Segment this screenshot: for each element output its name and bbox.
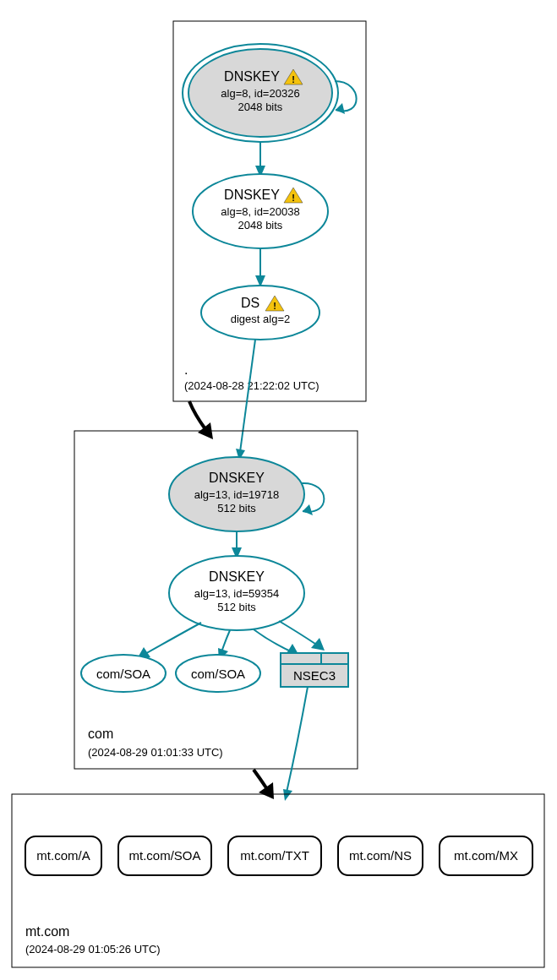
zone-mt-box [12, 794, 544, 967]
zone-com-timestamp: (2024-08-29 01:01:33 UTC) [88, 746, 223, 759]
svg-text:alg=13, id=59354: alg=13, id=59354 [194, 587, 279, 600]
svg-text:mt.com/TXT: mt.com/TXT [240, 848, 309, 863]
zone-mt-timestamp: (2024-08-29 01:05:26 UTC) [25, 943, 161, 956]
dnssec-diagram: . (2024-08-28 21:22:02 UTC) DNSKEY alg=8… [0, 0, 557, 980]
com-zsk: DNSKEY alg=13, id=59354 512 bits [169, 556, 304, 630]
mt-record-mx: mt.com/MX [440, 836, 532, 875]
edge-nsec3-to-mt [287, 687, 308, 792]
svg-text:mt.com/NS: mt.com/NS [349, 848, 412, 863]
mt-record-soa: mt.com/SOA [118, 836, 211, 875]
svg-text:2048 bits: 2048 bits [238, 101, 283, 113]
edge-com-zsk-nsec3-a [254, 629, 292, 652]
mt-record-ns: mt.com/NS [338, 836, 423, 875]
svg-marker-43 [283, 789, 292, 801]
svg-marker-33 [311, 638, 325, 651]
svg-text:!: ! [292, 74, 295, 84]
edge-ds-to-com-ksk [240, 340, 255, 452]
svg-text:512 bits: 512 bits [217, 502, 256, 514]
edge-root-to-com-zone [189, 401, 205, 429]
edge-com-zsk-nsec3-b [279, 621, 318, 645]
svg-text:DS: DS [241, 296, 259, 310]
svg-marker-24 [303, 504, 313, 515]
self-loop-arrow [302, 483, 324, 512]
svg-text:com/SOA: com/SOA [96, 667, 150, 681]
zone-com-label: com [88, 727, 113, 741]
svg-text:512 bits: 512 bits [217, 601, 256, 613]
svg-text:alg=13, id=19718: alg=13, id=19718 [194, 488, 279, 501]
svg-text:mt.com/MX: mt.com/MX [454, 848, 518, 863]
svg-text:mt.com/A: mt.com/A [36, 848, 90, 863]
com-soa-right: com/SOA [176, 655, 260, 692]
edge-com-to-mt-zone [254, 770, 267, 789]
svg-text:digest alg=2: digest alg=2 [231, 313, 290, 325]
svg-text:DNSKEY: DNSKEY [209, 569, 265, 584]
mt-record-txt: mt.com/TXT [228, 836, 321, 875]
svg-text:mt.com/SOA: mt.com/SOA [128, 848, 200, 863]
com-nsec3: NSEC3 [281, 653, 348, 687]
com-soa-left: com/SOA [81, 655, 166, 692]
svg-text:NSEC3: NSEC3 [293, 668, 336, 683]
com-ksk: DNSKEY alg=13, id=19718 512 bits [169, 457, 324, 531]
svg-text:com/SOA: com/SOA [191, 667, 245, 681]
root-zsk: DNSKEY alg=8, id=20038 2048 bits ! [193, 174, 328, 248]
svg-text:DNSKEY: DNSKEY [224, 188, 280, 202]
root-ds: DS digest alg=2 ! [201, 286, 319, 340]
svg-text:DNSKEY: DNSKEY [209, 471, 265, 485]
svg-text:alg=8, id=20038: alg=8, id=20038 [221, 205, 299, 218]
zone-root-timestamp: (2024-08-28 21:22:02 UTC) [184, 379, 319, 392]
mt-record-a: mt.com/A [25, 836, 101, 875]
edge-com-zsk-soa2 [221, 630, 230, 652]
zone-root-label: . [184, 362, 188, 377]
svg-text:!: ! [292, 193, 295, 203]
svg-text:DNSKEY: DNSKEY [224, 69, 280, 84]
svg-text:!: ! [273, 301, 276, 311]
svg-text:alg=8, id=20326: alg=8, id=20326 [221, 87, 299, 100]
svg-text:2048 bits: 2048 bits [238, 219, 283, 231]
svg-marker-6 [336, 103, 345, 114]
zone-mt-label: mt.com [25, 924, 69, 939]
edge-com-zsk-soa1 [144, 623, 201, 655]
root-ksk: DNSKEY alg=8, id=20326 2048 bits ! [183, 44, 357, 142]
